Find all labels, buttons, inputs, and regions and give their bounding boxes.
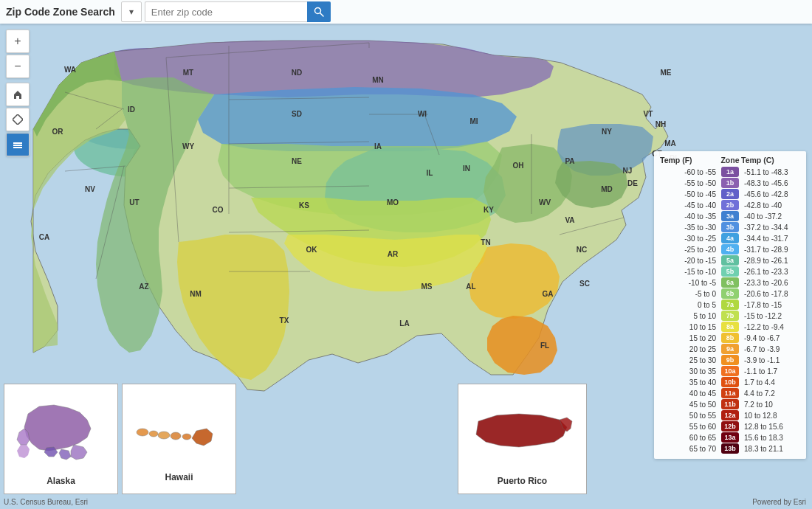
- legend-temp-f: -5 to 0: [660, 290, 719, 298]
- legend-zone-badge: 2a: [721, 189, 739, 199]
- svg-text:FL: FL: [540, 342, 549, 350]
- svg-text:NE: NE: [292, 157, 302, 165]
- legend-zone-badge: 10b: [721, 377, 739, 387]
- svg-text:NY: NY: [602, 128, 612, 136]
- legend-temp-f: -15 to -10: [660, 268, 719, 276]
- legend-row: 60 to 6513a15.6 to 18.3: [660, 432, 800, 443]
- legend-row: 25 to 309b-3.9 to -1.1: [660, 355, 800, 365]
- svg-point-86: [158, 432, 170, 439]
- svg-text:WI: WI: [418, 110, 427, 118]
- legend-temp-c: -15 to -12.2: [741, 312, 800, 320]
- svg-text:MT: MT: [183, 69, 193, 77]
- legend-temp-c: -51.1 to -48.3: [741, 168, 800, 176]
- svg-text:LA: LA: [399, 319, 409, 328]
- legend-temp-c: 4.4 to 7.2: [741, 389, 800, 398]
- legend-row: -50 to -452a-45.6 to -42.8: [660, 189, 800, 199]
- legend-temp-c: -26.1 to -23.3: [741, 268, 800, 276]
- svg-text:IL: IL: [427, 169, 433, 177]
- search-input[interactable]: [145, 1, 307, 22]
- svg-text:PA: PA: [565, 157, 574, 165]
- legend-temp-c: -48.3 to -45.6: [741, 179, 800, 187]
- zoom-in-button[interactable]: +: [6, 30, 30, 53]
- legend-rows: -60 to -551a-51.1 to -48.3-55 to -501b-4…: [660, 167, 800, 454]
- legend-row: -40 to -353a-40 to -37.2: [660, 211, 800, 221]
- legend-temp-c: -31.7 to -28.9: [741, 246, 800, 254]
- svg-text:WY: WY: [182, 142, 194, 150]
- legend-zone-badge: 11a: [721, 388, 739, 398]
- legend-row: 30 to 3510a-1.1 to 1.7: [660, 366, 800, 376]
- legend-row: 5 to 107b-15 to -12.2: [660, 311, 800, 321]
- toolbar: Zip Code Zone Search ▾: [0, 0, 812, 24]
- svg-rect-80: [13, 114, 23, 125]
- svg-point-84: [137, 429, 148, 436]
- svg-text:WA: WA: [64, 66, 76, 74]
- legend-temp-c: -37.2 to -34.4: [741, 224, 800, 232]
- legend-temp-c: -17.8 to -15: [741, 301, 800, 309]
- legend-zone-badge: 5b: [721, 266, 739, 277]
- legend-zone-badge: 7a: [721, 299, 739, 310]
- legend-temp-c: -42.8 to -40: [741, 201, 800, 210]
- legend-zone-badge: 1a: [721, 167, 739, 177]
- puerto-rico-label: Puerto Rico: [498, 476, 547, 486]
- legend-temp-f: -35 to -30: [660, 224, 719, 232]
- legend-temp-f: 0 to 5: [660, 301, 719, 309]
- svg-text:TN: TN: [481, 238, 490, 246]
- legend-tempc-header: Temp (C): [741, 156, 800, 165]
- legend-temp-c: -9.4 to -6.7: [741, 334, 800, 342]
- legend-row: -35 to -303b-37.2 to -34.4: [660, 222, 800, 232]
- legend-zone-badge: 3a: [721, 211, 739, 221]
- legend-temp-f: 10 to 15: [660, 323, 719, 331]
- legend-temp-f: 65 to 70: [660, 445, 719, 453]
- puerto-rico-inset: Puerto Rico: [458, 384, 587, 494]
- legend-temp-f: -20 to -15: [660, 257, 719, 265]
- svg-text:DE: DE: [627, 179, 638, 187]
- dropdown-button[interactable]: ▾: [121, 1, 142, 22]
- legend-temp-f: 15 to 20: [660, 334, 719, 342]
- legend-temp-f: 55 to 60: [660, 423, 719, 431]
- legend-temp-f: -10 to -5: [660, 279, 719, 287]
- legend-row: -30 to -254a-34.4 to -31.7: [660, 233, 800, 243]
- alaska-label: Alaska: [47, 476, 75, 486]
- svg-text:AZ: AZ: [139, 283, 148, 291]
- legend-row: 65 to 7013b18.3 to 21.1: [660, 443, 800, 454]
- svg-text:MD: MD: [601, 185, 613, 193]
- legend-row: -25 to -204b-31.7 to -28.9: [660, 244, 800, 254]
- legend-temp-f: 25 to 30: [660, 356, 719, 364]
- left-controls: + −: [6, 30, 30, 156]
- svg-text:NV: NV: [85, 185, 95, 193]
- zoom-out-button[interactable]: −: [6, 55, 30, 78]
- legend-row: -20 to -155a-28.9 to -26.1: [660, 255, 800, 266]
- legend-zone-badge: 5a: [721, 255, 739, 266]
- svg-text:TX: TX: [280, 316, 289, 325]
- legend-zone-badge: 6b: [721, 288, 739, 299]
- legend-temp-c: -40 to -37.2: [741, 212, 800, 221]
- legend-temp-f: -55 to -50: [660, 179, 719, 187]
- legend-temp-c: -1.1 to 1.7: [741, 367, 800, 375]
- svg-text:SC: SC: [579, 280, 590, 288]
- legend-temp-c: 1.7 to 4.4: [741, 378, 800, 387]
- legend-temp-c: 10 to 12.8: [741, 412, 800, 420]
- legend-row: 15 to 208b-9.4 to -6.7: [660, 333, 800, 343]
- legend-row: -5 to 06b-20.6 to -17.8: [660, 288, 800, 299]
- legend-temp-f: -60 to -55: [660, 168, 719, 176]
- legend-temp-f: 30 to 35: [660, 367, 719, 375]
- svg-text:AL: AL: [466, 283, 475, 291]
- legend-temp-c: -28.9 to -26.1: [741, 257, 800, 265]
- legend-row: 55 to 6012b12.8 to 15.6: [660, 421, 800, 432]
- search-button[interactable]: [307, 1, 331, 22]
- svg-text:MA: MA: [664, 139, 676, 148]
- svg-text:NM: NM: [190, 290, 202, 298]
- home-button[interactable]: [6, 83, 30, 106]
- legend-temp-f: -45 to -40: [660, 201, 719, 210]
- layers-button[interactable]: [6, 133, 30, 156]
- bottom-left-credit: U.S. Census Bureau, Esri: [4, 498, 88, 506]
- legend-header: Temp (F) Zone Temp (C): [660, 156, 800, 165]
- legend-temp-f: 35 to 40: [660, 378, 719, 387]
- svg-rect-81: [13, 142, 22, 144]
- svg-line-79: [320, 13, 323, 17]
- svg-text:AR: AR: [388, 250, 399, 258]
- legend-temp-c: -3.9 to -1.1: [741, 356, 800, 364]
- select-button[interactable]: [6, 108, 30, 131]
- legend-temp-f: 60 to 65: [660, 434, 719, 442]
- svg-text:NC: NC: [577, 246, 587, 254]
